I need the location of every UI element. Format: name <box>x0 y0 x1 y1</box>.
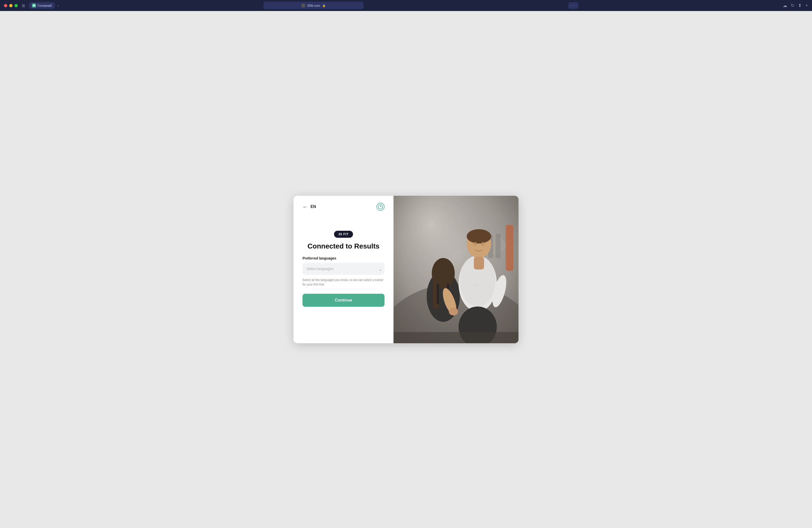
url-text: 35fit.com <box>307 4 320 8</box>
svg-point-0 <box>33 4 35 6</box>
left-panel: ← EN 35 FIT Connected to Results Preferr… <box>293 196 393 343</box>
tab-label: Головний <box>38 4 52 8</box>
preferred-languages-label: Preferred languages <box>303 256 385 260</box>
brand-pill: 35 FIT <box>334 231 353 238</box>
language-select[interactable]: Select languages English Ukrainian Germa… <box>303 263 385 275</box>
tab-bar: Головний <box>29 2 55 9</box>
reload-icon[interactable]: ↻ <box>791 3 795 8</box>
back-arrow[interactable]: ← <box>303 204 307 210</box>
continue-button[interactable]: Continue <box>303 294 385 307</box>
panel-header: ← EN <box>303 203 385 211</box>
site-favicon <box>302 4 305 7</box>
helper-text: Select all the languages you know, so we… <box>303 278 385 287</box>
timer-icon <box>377 203 385 211</box>
tab-favicon <box>32 3 36 8</box>
browser-right-controls: ☁ ↻ ⬆ + <box>783 3 808 8</box>
address-bar[interactable]: 35fit.com 🔒 <box>263 2 363 9</box>
sidebar-icon[interactable]: ⊞ <box>21 2 26 9</box>
gym-image: norm <box>393 196 519 343</box>
language-select-wrapper[interactable]: Select languages English Ukrainian Germa… <box>303 263 385 278</box>
card-container: ← EN 35 FIT Connected to Results Preferr… <box>293 196 519 343</box>
panel-content: 35 FIT Connected to Results Preferred la… <box>303 231 385 307</box>
cloud-icon[interactable]: ☁ <box>783 3 787 8</box>
svg-rect-30 <box>393 196 519 343</box>
back-nav-arrow[interactable]: ‹ <box>58 3 59 8</box>
maximize-button[interactable] <box>14 4 18 7</box>
minimize-button[interactable] <box>9 4 13 7</box>
active-tab[interactable]: Головний <box>29 2 55 9</box>
browser-chrome: ⊞ Головний ‹ 35fit.com 🔒 ··· ☁ ↻ ⬆ + <box>0 0 812 11</box>
share-icon[interactable]: ⬆ <box>798 3 802 8</box>
traffic-lights <box>4 4 18 7</box>
svg-rect-1 <box>302 4 304 6</box>
new-tab-icon[interactable]: + <box>805 3 808 8</box>
more-options-button[interactable]: ··· <box>568 2 578 9</box>
lock-icon: 🔒 <box>322 4 326 7</box>
right-panel: norm <box>393 196 519 343</box>
main-title: Connected to Results <box>307 242 379 250</box>
close-button[interactable] <box>4 4 7 7</box>
svg-point-3 <box>380 206 381 207</box>
language-indicator: EN <box>310 205 377 209</box>
gym-scene-svg: norm <box>393 196 519 343</box>
page-content: ← EN 35 FIT Connected to Results Preferr… <box>0 11 812 528</box>
form-section: Preferred languages Select languages Eng… <box>303 256 385 307</box>
